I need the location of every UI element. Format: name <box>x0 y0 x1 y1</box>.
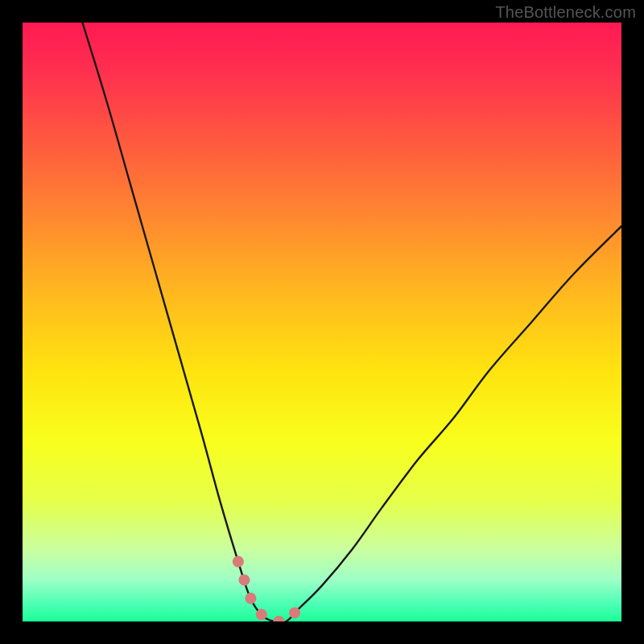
plot-area <box>23 23 621 621</box>
curve-overlay <box>23 23 621 621</box>
watermark-text: TheBottleneck.com <box>495 3 636 22</box>
bottleneck-curve <box>82 23 621 621</box>
chart-frame: TheBottleneck.com <box>0 0 644 644</box>
